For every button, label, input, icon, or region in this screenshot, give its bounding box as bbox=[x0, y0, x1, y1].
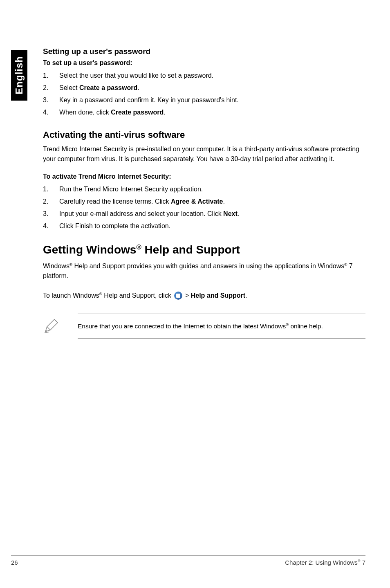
list-text: When done, click Create password. bbox=[59, 108, 365, 117]
list-text: Key in a password and confirm it. Key in… bbox=[59, 95, 365, 105]
list-text: Select the user that you would like to s… bbox=[59, 71, 365, 81]
list-item: 2. Carefully read the license terms. Cli… bbox=[43, 197, 365, 206]
section2-desc: Trend Micro Internet Security is pre-ins… bbox=[43, 144, 365, 164]
list-num: 3. bbox=[43, 95, 59, 105]
note-text: Ensure that you are connected to the Int… bbox=[78, 321, 365, 331]
list-num: 2. bbox=[43, 197, 59, 206]
note-block: Ensure that you are connected to the Int… bbox=[43, 314, 365, 339]
list-item: 4. Click Finish to complete the activati… bbox=[43, 221, 365, 231]
section2-list: 1. Run the Trend Micro Internet Security… bbox=[43, 184, 365, 231]
section1-title: Setting up a user's password bbox=[43, 47, 365, 56]
list-item: 3. Input your e-mail address and select … bbox=[43, 209, 365, 219]
language-label: English bbox=[13, 56, 25, 94]
list-num: 2. bbox=[43, 83, 59, 93]
list-num: 3. bbox=[43, 209, 59, 219]
chapter-label: Chapter 2: Using Windows® 7 bbox=[285, 559, 365, 566]
page-number: 26 bbox=[11, 559, 18, 566]
note-text-wrap: Ensure that you are connected to the Int… bbox=[78, 314, 365, 339]
list-item: 2. Select Create a password. bbox=[43, 83, 365, 93]
section1-intro: To set up a user's password: bbox=[43, 59, 365, 67]
list-text: Run the Trend Micro Internet Security ap… bbox=[59, 184, 365, 194]
list-text: Carefully read the license terms. Click … bbox=[59, 197, 365, 206]
list-item: 1. Select the user that you would like t… bbox=[43, 71, 365, 81]
section1-list: 1. Select the user that you would like t… bbox=[43, 71, 365, 117]
list-num: 4. bbox=[43, 221, 59, 231]
language-side-tab: English bbox=[11, 50, 27, 101]
launch-instruction: To launch Windows® Help and Support, cli… bbox=[43, 290, 365, 301]
list-item: 3. Key in a password and confirm it. Key… bbox=[43, 95, 365, 105]
windows-start-icon bbox=[174, 292, 182, 300]
page-content: Setting up a user's password To set up a… bbox=[0, 0, 390, 339]
list-text: Click Finish to complete the activation. bbox=[59, 221, 365, 231]
section2-intro: To activate Trend Micro Internet Securit… bbox=[43, 173, 365, 180]
list-text: Input your e-mail address and select you… bbox=[59, 209, 365, 219]
list-text: Select Create a password. bbox=[59, 83, 365, 93]
section3-desc: Windows® Help and Support provides you w… bbox=[43, 261, 365, 281]
page-footer: 26 Chapter 2: Using Windows® 7 bbox=[11, 555, 365, 566]
list-num: 1. bbox=[43, 71, 59, 81]
section2-title: Activating the anti-virus software bbox=[43, 130, 365, 140]
list-item: 4. When done, click Create password. bbox=[43, 108, 365, 117]
section3-title: Getting Windows® Help and Support bbox=[43, 243, 365, 256]
list-num: 1. bbox=[43, 184, 59, 194]
pencil-icon bbox=[43, 318, 59, 334]
list-item: 1. Run the Trend Micro Internet Security… bbox=[43, 184, 365, 194]
list-num: 4. bbox=[43, 108, 59, 117]
